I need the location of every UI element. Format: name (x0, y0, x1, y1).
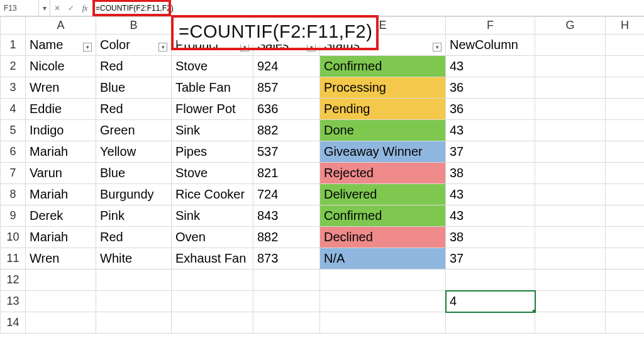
cell[interactable]: Mariah (26, 184, 96, 205)
row-header[interactable]: 1 (1, 35, 26, 56)
cell[interactable] (320, 270, 446, 291)
cell[interactable]: Mariah (26, 227, 96, 248)
cell[interactable] (606, 291, 645, 312)
filter-icon[interactable]: ▾ (158, 43, 167, 52)
cell[interactable] (535, 99, 606, 120)
cell[interactable] (320, 312, 446, 334)
cell[interactable]: 43 (446, 56, 535, 77)
cell[interactable]: 38 (446, 227, 535, 248)
cell[interactable] (606, 35, 645, 56)
cell[interactable] (535, 227, 606, 248)
cell-status[interactable]: Rejected (320, 163, 446, 184)
cell[interactable] (535, 205, 606, 227)
cell[interactable]: 636 (253, 99, 320, 120)
cell[interactable]: Mariah (26, 141, 96, 163)
cell[interactable]: Sink (172, 120, 253, 141)
cell[interactable] (446, 312, 535, 334)
cell[interactable] (26, 312, 96, 334)
cell[interactable] (606, 163, 645, 184)
select-all-corner[interactable] (1, 17, 26, 35)
row-header[interactable]: 12 (1, 270, 26, 291)
cell[interactable]: Exhaust Fan (172, 248, 253, 270)
cell[interactable]: Name▾ (26, 35, 96, 56)
cell[interactable] (606, 56, 645, 77)
cell[interactable] (320, 291, 446, 312)
cell-status[interactable]: N/A (320, 248, 446, 270)
row-header[interactable]: 11 (1, 248, 26, 270)
col-header-F[interactable]: F (446, 17, 535, 35)
cell[interactable]: Blue (96, 77, 172, 99)
cell[interactable]: 38 (446, 163, 535, 184)
cell[interactable]: Pink (96, 205, 172, 227)
cell[interactable]: 857 (253, 77, 320, 99)
cell[interactable]: Color▾ (96, 35, 172, 56)
cell[interactable] (535, 77, 606, 99)
col-header-G[interactable]: G (535, 17, 606, 35)
cell[interactable]: Derek (26, 205, 96, 227)
cell[interactable] (535, 141, 606, 163)
cell[interactable]: 4 (446, 291, 535, 312)
row-header[interactable]: 7 (1, 163, 26, 184)
fx-icon[interactable]: fx (78, 0, 92, 16)
cell-status[interactable]: Processing (320, 77, 446, 99)
cell[interactable] (172, 270, 253, 291)
cell[interactable] (446, 270, 535, 291)
cell[interactable]: 882 (253, 120, 320, 141)
cell-status[interactable]: Pending (320, 99, 446, 120)
cell[interactable] (96, 312, 172, 334)
row-header[interactable]: 8 (1, 184, 26, 205)
cell[interactable]: 37 (446, 141, 535, 163)
cell[interactable]: Wren (26, 77, 96, 99)
row-header[interactable]: 10 (1, 227, 26, 248)
cell[interactable]: Green (96, 120, 172, 141)
cell[interactable]: Burgundy (96, 184, 172, 205)
confirm-icon[interactable]: ✓ (64, 0, 78, 16)
cell[interactable]: 537 (253, 141, 320, 163)
cell[interactable] (535, 248, 606, 270)
cell[interactable] (172, 291, 253, 312)
row-header[interactable]: 2 (1, 56, 26, 77)
cell[interactable] (606, 184, 645, 205)
cell[interactable]: Varun (26, 163, 96, 184)
cell[interactable]: 43 (446, 120, 535, 141)
cell[interactable] (535, 120, 606, 141)
cell[interactable]: Red (96, 227, 172, 248)
cell[interactable] (606, 77, 645, 99)
cell[interactable]: Flower Pot (172, 99, 253, 120)
filter-icon[interactable]: ▾ (83, 43, 92, 52)
cell[interactable] (26, 291, 96, 312)
cell[interactable]: 43 (446, 205, 535, 227)
row-header[interactable]: 9 (1, 205, 26, 227)
cell[interactable] (606, 312, 645, 334)
cell[interactable] (606, 141, 645, 163)
cell[interactable]: Rice Cooker (172, 184, 253, 205)
cell[interactable]: Indigo (26, 120, 96, 141)
col-header-H[interactable]: H (606, 17, 645, 35)
cell[interactable]: Pipes (172, 141, 253, 163)
cell[interactable] (535, 312, 606, 334)
cell[interactable]: 36 (446, 77, 535, 99)
col-header-B[interactable]: B (96, 17, 172, 35)
row-header[interactable]: 13 (1, 291, 26, 312)
cell[interactable] (96, 270, 172, 291)
cell-status[interactable]: Confirmed (320, 56, 446, 77)
spreadsheet-grid[interactable]: A B C D E F G H 1 Name▾ Color▾ Product▾ … (0, 16, 644, 334)
cell-status[interactable]: Declined (320, 227, 446, 248)
filter-icon[interactable]: ▾ (433, 43, 441, 52)
cell[interactable]: White (96, 248, 172, 270)
cell[interactable] (535, 163, 606, 184)
col-header-A[interactable]: A (26, 17, 96, 35)
cell[interactable]: Yellow (96, 141, 172, 163)
cell[interactable]: Table Fan (172, 77, 253, 99)
cell[interactable] (26, 270, 96, 291)
cell[interactable]: 37 (446, 248, 535, 270)
cell[interactable] (606, 270, 645, 291)
cell[interactable]: 724 (253, 184, 320, 205)
cell[interactable] (535, 184, 606, 205)
cell[interactable]: 43 (446, 184, 535, 205)
name-box[interactable]: F13 (0, 0, 39, 16)
cancel-icon[interactable]: ✕ (50, 0, 64, 16)
row-header[interactable]: 6 (1, 141, 26, 163)
cell[interactable]: 873 (253, 248, 320, 270)
cell[interactable] (606, 120, 645, 141)
